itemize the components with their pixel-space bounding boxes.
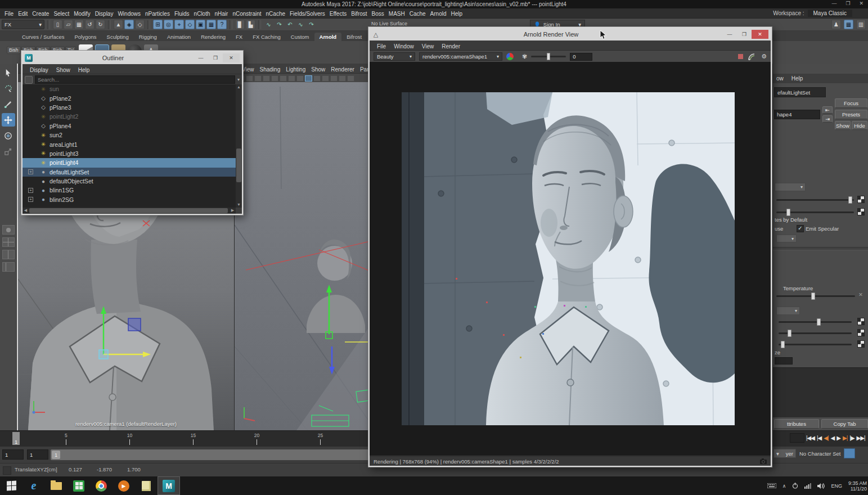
notes-app-icon[interactable] [135,476,158,495]
redo-icon[interactable]: ↻ [96,20,105,29]
shelf-tab[interactable]: Arnold [314,33,342,41]
anim-start-field[interactable]: 1 [2,449,24,460]
menu-item[interactable]: Arnold [428,11,449,17]
volume-icon[interactable] [817,483,825,489]
menu-item[interactable]: Help [74,67,94,73]
map-button-icon[interactable] [857,318,865,325]
menu-item[interactable]: nCloth [192,11,213,17]
show-button[interactable]: Show [835,121,851,130]
character-controls-icon[interactable]: ♟ [831,20,841,29]
horizontal-scrollbar[interactable]: ◀ ▶ [23,208,236,214]
close-icon[interactable]: ✕ [752,30,768,39]
menu-item[interactable]: nHair [213,11,231,17]
select-object-icon[interactable]: ◈ [124,20,134,29]
playback-start-field[interactable]: 1 [27,449,48,460]
spread-slider[interactable] [779,332,852,334]
close-icon[interactable]: ✕ [223,53,240,62]
windows-store-icon[interactable] [68,476,90,495]
outliner-row[interactable]: pPlane2 [23,93,236,102]
new-scene-icon[interactable]: ▯ [53,20,62,29]
menu-item[interactable]: Boss [370,11,386,17]
temperature-slider[interactable] [776,295,855,297]
panel-menu-item[interactable]: Show [308,66,328,73]
snap-surface-icon[interactable]: ▣ [196,20,205,29]
paint-select-tool-icon[interactable] [2,97,15,111]
pin-node-icon[interactable]: ⇥ [822,115,833,123]
viewport-toolbar-icon[interactable] [280,75,287,82]
playback-button[interactable]: |◀ [817,435,821,441]
scale-tool-icon[interactable] [2,145,15,158]
menu-item[interactable]: File [373,43,390,50]
rgb-channels-icon[interactable] [506,53,514,60]
map-button-icon[interactable] [857,340,865,348]
menu-item[interactable]: Cache [407,11,428,17]
viewport-toolbar-icon[interactable] [263,75,270,82]
outliner-row[interactable]: pointLight3 [23,149,236,158]
minimize-icon[interactable]: — [831,1,836,6]
load-attributes-button[interactable]: ttributes [774,419,819,429]
render-canvas[interactable] [370,62,771,456]
intensity-slider[interactable] [776,199,854,201]
menu-item[interactable]: Effects [327,11,349,17]
power-icon[interactable] [792,483,798,489]
menu-item[interactable]: nConstraint [230,11,263,17]
language-indicator[interactable]: ENG [831,483,842,489]
hide-button[interactable]: Hide [852,121,867,130]
rotate-tool-icon[interactable] [2,129,15,142]
scroll-left-icon[interactable]: ◀ [23,208,29,213]
menu-item[interactable]: Windows [115,11,143,17]
viewport-toolbar-icon[interactable] [347,75,354,82]
lock-icon[interactable]: ▊ [235,20,245,29]
chevron-down-icon[interactable]: ▾ [237,77,240,82]
viewport-toolbar-icon[interactable] [288,75,295,82]
viewport-toolbar-icon[interactable] [339,75,346,82]
light-type-dropdown[interactable] [775,183,806,191]
viewport-toolbar-icon[interactable] [254,75,262,82]
open-scene-icon[interactable]: ▱ [64,20,73,29]
shelf-tab[interactable]: Animation [162,33,196,41]
expand-toggle-icon[interactable] [28,188,33,193]
menu-item[interactable]: Display [26,67,52,73]
menu-item[interactable]: File [2,11,16,17]
viewport-toolbar-icon[interactable] [296,75,304,82]
outliner-row[interactable]: sun [23,84,236,93]
select-node-icon[interactable]: ⇤ [822,106,833,114]
shelf-button[interactable]: Bish [7,46,21,54]
timeline-playhead[interactable]: 1 [12,432,20,445]
shelf-tab[interactable]: Polygons [70,33,102,41]
playback-button[interactable]: |▶ [849,435,854,441]
minimize-icon[interactable]: — [722,30,737,39]
maximize-icon[interactable]: ❐ [845,1,850,6]
presets-button[interactable]: Presets [835,110,867,119]
shelf-tab[interactable]: Rendering [196,33,231,41]
scrollbar-thumb[interactable] [29,208,228,213]
menu-item[interactable]: Window [390,43,418,50]
size-field[interactable] [775,357,793,364]
menu-item[interactable]: View [418,43,438,50]
playback-button[interactable]: ◀| [824,435,828,441]
exposure-icon[interactable]: ✾ [522,53,527,60]
expand-toggle-icon[interactable] [28,169,33,174]
outliner-row[interactable]: blinn1SG [23,186,236,195]
attribute-editor-toggle-icon[interactable]: ▥ [856,20,866,29]
viewport-toolbar-icon[interactable] [330,75,338,82]
radius-slider[interactable] [779,344,852,345]
menu-item[interactable]: Bifrost [349,11,369,17]
filter-icon[interactable] [25,76,33,84]
panel-menu-item[interactable]: Lighting [283,66,308,73]
shelf-tab[interactable]: FX [231,33,248,41]
construction-curve-icon[interactable]: ∿ [264,20,273,29]
shelf-tab[interactable]: Curves / Surfaces [17,33,70,41]
select-tool-icon[interactable] [2,66,15,79]
snap-curve-icon[interactable]: ◎ [164,20,173,29]
file-explorer-icon[interactable] [45,476,68,495]
outliner-row[interactable]: defaultLightSet [23,168,236,177]
quick-help-icon[interactable] [3,466,11,475]
vertical-scrollbar[interactable]: ▲ ▼ [236,84,242,208]
menu-item[interactable]: Help [449,11,465,17]
color-slider[interactable] [776,212,854,213]
attribute-editor-tab[interactable]: efaultLightSet [774,87,826,97]
map-button-icon[interactable] [857,208,865,215]
snapshot-camera-icon[interactable] [760,458,767,464]
layer-dropdown[interactable]: yer [773,449,796,458]
